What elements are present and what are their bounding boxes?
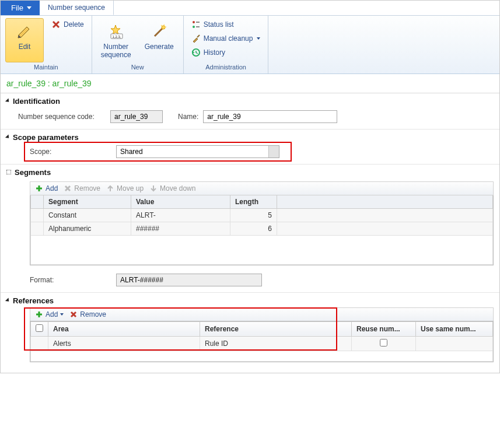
ribbon: Edit Delete Maintain 1,2,3, Number se (1, 16, 499, 74)
move-down-button[interactable]: Move down (149, 184, 195, 192)
number-sequence-button[interactable]: 1,2,3, Number sequence (97, 18, 135, 62)
name-label: Name: (178, 113, 198, 121)
collapse-icon (5, 298, 11, 303)
remove-reference-button[interactable]: Remove (69, 310, 106, 318)
scope-label: Scope: (30, 148, 111, 156)
reuse-checkbox[interactable] (380, 339, 387, 346)
section-toggle-references[interactable]: References (6, 296, 494, 305)
format-label: Format: (30, 276, 111, 284)
status-list-icon (191, 20, 201, 29)
col-reuse[interactable]: Reuse num... (352, 321, 416, 336)
col-segment[interactable]: Segment (44, 195, 131, 209)
add-segment-button[interactable]: Add (35, 184, 58, 192)
ribbon-group-new: 1,2,3, Number sequence Generate New (92, 16, 184, 74)
tab-number-sequence[interactable]: Number sequence (40, 1, 114, 15)
delete-button[interactable]: Delete (48, 18, 87, 31)
plus-icon (35, 310, 43, 318)
table-row[interactable]: Alphanumeric ###### 6 (31, 222, 493, 235)
section-toggle-scope[interactable]: Scope parameters (6, 133, 494, 142)
segments-toolbar: Add Remove Move up Move down (30, 181, 494, 195)
col-value[interactable]: Value (131, 195, 230, 209)
ribbon-group-label: Administration (188, 62, 264, 72)
col-use-same[interactable]: Use same num... (416, 321, 493, 336)
svg-point-3 (193, 21, 195, 23)
section-toggle-identification[interactable]: Identification (6, 97, 494, 106)
file-tab-label: File (11, 4, 23, 12)
col-length[interactable]: Length (230, 195, 277, 209)
collapse-icon (5, 98, 11, 103)
code-label: Number sequence code: (18, 113, 106, 121)
delete-x-icon (51, 20, 61, 29)
code-field[interactable] (110, 110, 163, 123)
ribbon-group-label: Maintain (5, 62, 87, 72)
delete-x-icon (69, 310, 78, 318)
record-title: ar_rule_39 : ar_rule_39 (1, 74, 499, 93)
manual-cleanup-button[interactable]: Manual cleanup (188, 32, 264, 45)
scope-value[interactable] (117, 146, 268, 158)
move-up-button[interactable]: Move up (106, 184, 144, 192)
ribbon-tabs: File Number sequence (1, 1, 499, 16)
wand-icon (151, 21, 167, 42)
number-sequence-icon: 1,2,3, (107, 21, 125, 42)
chevron-down-icon (257, 37, 260, 40)
col-reference[interactable]: Reference (200, 321, 352, 336)
section-identification: Identification Number sequence code: Nam… (1, 93, 499, 130)
history-icon (191, 48, 201, 57)
references-toolbar: Add Remove (30, 307, 494, 321)
table-row[interactable]: Constant ALRT- 5 (31, 208, 493, 222)
section-toggle-segments[interactable]: Segments (6, 168, 494, 177)
plus-icon (35, 184, 43, 192)
chevron-down-icon[interactable] (268, 146, 279, 158)
ribbon-group-administration: Status list Manual cleanup History Admin… (184, 16, 269, 74)
chevron-down-icon (27, 6, 32, 9)
section-references: References Add Remove (1, 293, 499, 373)
ribbon-group-label: New (97, 62, 179, 72)
status-list-button[interactable]: Status list (188, 18, 264, 31)
table-row[interactable]: Alerts Rule ID (31, 336, 493, 351)
generate-button[interactable]: Generate (140, 18, 179, 62)
segments-grid: Segment Value Length Constant ALRT- 5 (30, 195, 494, 265)
select-all-checkbox[interactable] (36, 324, 43, 332)
add-reference-button[interactable]: Add (35, 310, 64, 318)
arrow-down-icon (149, 184, 158, 192)
svg-rect-6 (196, 26, 200, 27)
broom-icon (191, 34, 201, 43)
edit-button[interactable]: Edit (5, 18, 44, 62)
pencil-icon (16, 21, 33, 42)
section-scope: Scope parameters Scope: (1, 130, 499, 164)
history-button[interactable]: History (188, 46, 264, 59)
arrow-up-icon (106, 184, 114, 192)
delete-x-icon (64, 184, 72, 192)
chevron-down-icon (60, 313, 64, 316)
section-segments: Segments Add Remove Move up Move down (1, 164, 499, 293)
name-field[interactable] (203, 110, 337, 123)
collapse-icon (5, 134, 11, 139)
format-field[interactable] (116, 274, 262, 286)
ribbon-group-maintain: Edit Delete Maintain (1, 16, 92, 74)
file-tab[interactable]: File (1, 1, 40, 15)
expand-icon (6, 170, 11, 174)
remove-segment-button[interactable]: Remove (64, 184, 100, 192)
svg-text:1,2,3,: 1,2,3, (112, 35, 121, 38)
svg-point-4 (193, 26, 195, 28)
col-area[interactable]: Area (48, 321, 200, 336)
scope-dropdown[interactable] (116, 145, 279, 158)
svg-rect-5 (196, 22, 200, 23)
references-grid: Area Reference Reuse num... Use same num… (30, 321, 494, 362)
